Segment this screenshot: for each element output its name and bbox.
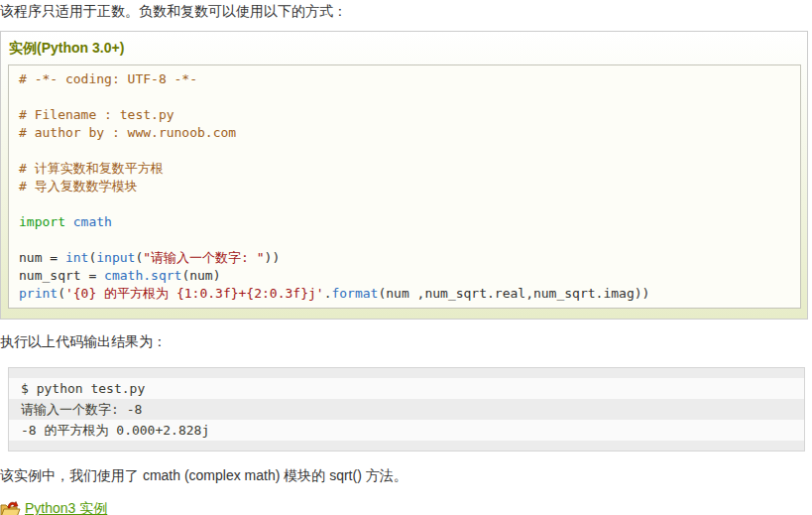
code-line: import cmath — [19, 213, 790, 231]
code-line — [19, 142, 790, 160]
code-line: # author by : www.runoob.com — [19, 124, 790, 142]
example-code: # -*- coding: UTF-8 -*- # Filename : tes… — [8, 64, 801, 309]
code-line: num = int(input("请输入一个数字: ")) — [19, 249, 790, 267]
output-box: $ python test.py请输入一个数字: -8-8 的平方根为 0.00… — [8, 367, 805, 451]
code-line: # -*- coding: UTF-8 -*- — [19, 70, 790, 88]
code-line: # 计算实数和复数平方根 — [19, 160, 790, 178]
page-root: 该程序只适用于正数。负数和复数可以使用以下的方式： 实例(Python 3.0+… — [0, 2, 812, 515]
code-line: # 导入复数数学模块 — [19, 178, 790, 195]
code-line — [19, 88, 790, 106]
note-text: 该实例中，我们使用了 cmath (complex math) 模块的 sqrt… — [0, 466, 812, 485]
example-link-row: Python3 实例 — [0, 497, 812, 515]
output-label: 执行以上代码输出结果为： — [0, 332, 812, 351]
code-line — [19, 195, 790, 213]
intro-text: 该程序只适用于正数。负数和复数可以使用以下的方式： — [0, 2, 812, 21]
code-line — [19, 231, 790, 249]
folder-arrow-icon — [0, 499, 22, 515]
output-line: -8 的平方根为 0.000+2.828j — [9, 420, 804, 441]
output-line: 请输入一个数字: -8 — [9, 399, 804, 420]
example-title: 实例(Python 3.0+) — [9, 40, 801, 58]
example-box: 实例(Python 3.0+) # -*- coding: UTF-8 -*- … — [0, 31, 808, 320]
output-line: $ python test.py — [9, 378, 804, 399]
python3-examples-link[interactable]: Python3 实例 — [25, 500, 107, 515]
code-line: # Filename : test.py — [19, 106, 790, 124]
code-line: num_sqrt = cmath.sqrt(num) — [19, 267, 790, 285]
code-line: print('{0} 的平方根为 {1:0.3f}+{2:0.3f}j'.for… — [19, 285, 790, 303]
